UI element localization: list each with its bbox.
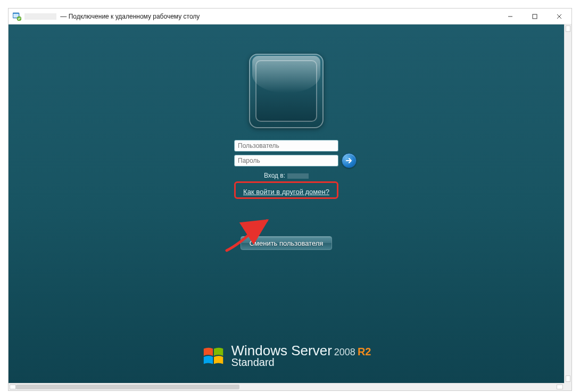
minimize-button[interactable] [498,9,523,24]
close-button[interactable] [547,9,571,24]
titlebar[interactable]: — Подключение к удаленному рабочему стол… [9,9,571,24]
os-branding: Windows Server2008R2 Standard [9,344,564,368]
rdp-app-icon [13,12,21,21]
maximize-button[interactable] [523,9,547,24]
password-field[interactable] [234,155,338,166]
horizontal-scroll-thumb[interactable] [16,385,239,389]
username-field[interactable] [234,140,338,152]
branding-line2: Standard [231,357,371,368]
annotation-highlight: Как войти в другой домен? [234,181,338,199]
horizontal-scrollbar[interactable] [9,383,564,390]
switch-user-button[interactable]: Сменить пользователя [241,236,332,250]
vertical-scrollbar[interactable] [564,24,571,383]
submit-login-button[interactable] [342,153,357,168]
domain-value-redacted [287,173,309,179]
window-title-suffix: — Подключение к удаленному рабочему стол… [59,13,200,20]
user-avatar-frame [249,54,324,128]
rdp-window: — Подключение к удаленному рабочему стол… [8,8,572,391]
remote-logon-screen: Вход в: Как войти в другой домен? Сменит… [9,24,564,383]
domain-label: Вход в: [264,172,285,179]
credentials-panel: Вход в: Как войти в другой домен? [234,140,338,199]
branding-line1: Windows Server2008R2 [231,344,371,358]
svg-rect-4 [533,14,537,19]
content-area: Вход в: Как войти в другой домен? Сменит… [9,24,571,390]
arrow-right-icon [345,156,353,165]
scroll-corner [564,383,571,390]
other-domain-link[interactable]: Как войти в другой домен? [239,187,334,197]
windows-flag-icon [202,345,226,366]
domain-label-row: Вход в: [264,172,309,179]
window-title: — Подключение к удаленному рабочему стол… [24,13,498,20]
hostname-redacted [24,13,56,20]
